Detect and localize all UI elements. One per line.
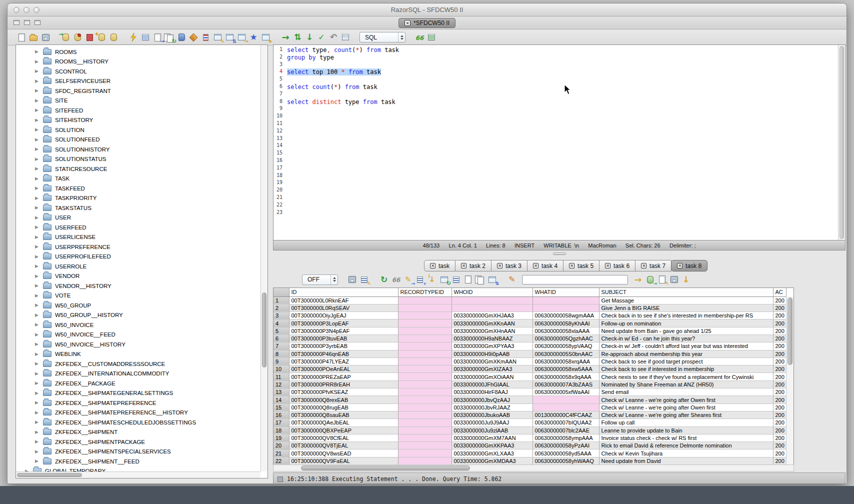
cell-recordtypeid[interactable]: [398, 296, 452, 304]
column-header-whoid[interactable]: WHOID: [452, 288, 532, 296]
expand-triangle-icon[interactable]: [35, 400, 40, 405]
results-tab-task[interactable]: task: [424, 260, 456, 272]
cell-whatid[interactable]: 00630000007bIQUAA2: [532, 419, 599, 426]
cell-whoid[interactable]: 0033000000GmXIZAA3: [452, 366, 532, 373]
cell-subject[interactable]: Need update from Bain - gave go ahead 1/…: [599, 327, 773, 334]
expand-triangle-icon[interactable]: [35, 284, 40, 288]
tree-item-zkfedex-shipment-feed[interactable]: ZKFEDEX__SHIPMENT__FEED: [16, 456, 260, 466]
expand-triangle-icon[interactable]: [35, 60, 40, 64]
cell-recordtypeid[interactable]: [398, 411, 452, 418]
cell-id[interactable]: 00T3000000QBXPeEAP: [289, 426, 398, 434]
highlight-pen-icon[interactable]: [506, 274, 518, 285]
expand-triangle-icon[interactable]: [35, 138, 40, 142]
cell-whatid[interactable]: [532, 396, 599, 404]
cell-recordtypeid[interactable]: [398, 312, 452, 320]
table-star-icon[interactable]: [260, 32, 272, 43]
close-tab-icon[interactable]: [641, 263, 646, 268]
find-next-icon[interactable]: [632, 274, 644, 285]
cell-whoid[interactable]: [452, 296, 532, 304]
cell-whoid[interactable]: 0033000000Ju9J9AAJ: [452, 419, 532, 426]
cell-id[interactable]: 00T3000000PREZaEAP: [289, 373, 398, 380]
cell-id[interactable]: 00T3000000QV8CfEAL: [289, 434, 398, 442]
cell-id[interactable]: 00T3000000P3LopEAF: [289, 320, 398, 327]
cell-whatid[interactable]: 00630000005xfWaAAI: [532, 388, 599, 396]
tree-item-vendor-history[interactable]: VENDOR__HISTORY: [16, 281, 260, 291]
cell-ac[interactable]: 200: [773, 380, 786, 388]
table-row[interactable]: 1400T3000000Q8rexEAB0033000000JbvQzAAJCh…: [274, 396, 786, 404]
table-row[interactable]: 800T3000000P46qnEAB0033000000H9i0pAAB006…: [274, 350, 786, 358]
cell-whoid[interactable]: 0033000000JbvQzAAJ: [452, 396, 532, 404]
cell-ac[interactable]: 200: [773, 327, 786, 334]
expand-triangle-icon[interactable]: [35, 420, 40, 424]
cell-ac[interactable]: 200: [773, 296, 786, 304]
cell-subject[interactable]: Follow up call: [599, 419, 773, 426]
new-file-icon[interactable]: [16, 32, 28, 43]
cell-id[interactable]: 00T3000000P46qnEAB: [289, 350, 398, 358]
expand-triangle-icon[interactable]: [35, 196, 40, 200]
grid-vertical-scrollbar[interactable]: [786, 296, 794, 465]
expand-triangle-icon[interactable]: [35, 50, 40, 54]
table-row[interactable]: 1200T3000000PRR8rEAH0033000000JFhGlAAL00…: [274, 380, 786, 388]
cell-recordtypeid[interactable]: [398, 426, 452, 434]
close-tab-icon[interactable]: [497, 263, 502, 268]
cell-whoid[interactable]: 0033000000H9aNBAAZ: [452, 334, 532, 342]
cell-subject[interactable]: Get Massage: [599, 296, 773, 304]
table-row[interactable]: 2000T3000000QV8TjEAL0033000000GmXKPAA300…: [274, 442, 786, 450]
expand-triangle-icon[interactable]: [35, 381, 40, 386]
cell-recordtypeid[interactable]: [398, 358, 452, 365]
sql-editor[interactable]: 1234567891011121314151617181920212223 se…: [273, 44, 846, 240]
cell-id[interactable]: 00T3000000QV8TjEAL: [289, 442, 398, 450]
tree-item-rooms-history[interactable]: ROOMS__HISTORY: [16, 57, 260, 67]
checklist-icon[interactable]: [450, 274, 462, 285]
results-tab-task-7[interactable]: task 7: [635, 260, 672, 272]
close-document-icon[interactable]: [404, 20, 410, 26]
cell-ac[interactable]: 200: [773, 334, 786, 342]
table-row[interactable]: 1500T3000000Q8rugEAB0033000000JbvRJAAZCh…: [274, 404, 786, 411]
describe-list-icon[interactable]: [140, 32, 152, 43]
cell-id[interactable]: 00T3000000P47LYEAZ: [289, 358, 398, 365]
save-icon[interactable]: [40, 32, 52, 43]
column-header-ac[interactable]: AC: [773, 288, 786, 296]
sql-code[interactable]: select type, count(*) from taskgroup by …: [287, 46, 837, 216]
tree-item-w50-group[interactable]: W50_GROUP: [16, 300, 260, 310]
cell-recordtypeid[interactable]: [398, 373, 452, 380]
sort-filter-icon[interactable]: [358, 274, 370, 285]
cell-id[interactable]: 00T3000000QV9FaEAL: [289, 457, 398, 464]
cell-whoid[interactable]: [452, 304, 532, 312]
cell-ac[interactable]: 200: [773, 366, 786, 373]
cell-recordtypeid[interactable]: [398, 450, 452, 457]
expand-triangle-icon[interactable]: [35, 264, 40, 268]
edit-cell-icon[interactable]: [402, 274, 414, 285]
splitter-grip-icon[interactable]: [553, 252, 566, 255]
cell-whatid[interactable]: [532, 296, 599, 304]
cell-whatid[interactable]: 006300000058yd5AAA: [532, 450, 599, 457]
tree-item-zkfedex-shipmatepreference-history[interactable]: ZKFEDEX__SHIPMATEPREFERENCE__HISTORY: [16, 408, 260, 418]
cell-subject[interactable]: Send email: [599, 388, 773, 396]
table-row[interactable]: 900T3000000P47LYEAZ0033000000GmXKmAAN006…: [274, 358, 786, 365]
close-tab-icon[interactable]: [605, 263, 610, 268]
close-tab-icon[interactable]: [461, 263, 466, 268]
cell-ac[interactable]: 200: [773, 450, 786, 457]
cell-recordtypeid[interactable]: [398, 334, 452, 342]
window-tile-icon[interactable]: [14, 20, 20, 25]
book-orange-icon[interactable]: [188, 32, 200, 43]
cell-recordtypeid[interactable]: [398, 388, 452, 396]
tree-item-zkfedex-shipmentspecialservices[interactable]: ZKFEDEX__SHIPMENTSPECIALSERVICES: [16, 447, 260, 457]
cell-subject[interactable]: Check back to see if good target prospec…: [599, 358, 773, 365]
expand-triangle-icon[interactable]: [35, 69, 40, 74]
cell-whatid[interactable]: 00630000007A3bZAAS: [532, 380, 599, 388]
expand-triangle-icon[interactable]: [35, 88, 40, 93]
expand-triangle-icon[interactable]: [35, 206, 40, 210]
expand-triangle-icon[interactable]: [35, 166, 40, 171]
tree-item-vote[interactable]: VOTE: [16, 291, 260, 301]
cell-whoid[interactable]: 0033000000GmXKmAAN: [452, 358, 532, 365]
cell-ac[interactable]: 200: [773, 358, 786, 365]
tree-item-zkfedex-shipment[interactable]: ZKFEDEX__SHIPMENT: [16, 428, 260, 438]
cell-id[interactable]: 00T3000000L0RknEAF: [289, 296, 398, 304]
lightning-icon[interactable]: [128, 32, 140, 43]
tree-item-userrole[interactable]: USERROLE: [16, 262, 260, 272]
cell-ac[interactable]: 200: [773, 434, 786, 442]
book-blue-icon[interactable]: [176, 32, 188, 43]
close-tab-icon[interactable]: [677, 263, 682, 268]
copy-pages-icon[interactable]: [474, 274, 486, 285]
